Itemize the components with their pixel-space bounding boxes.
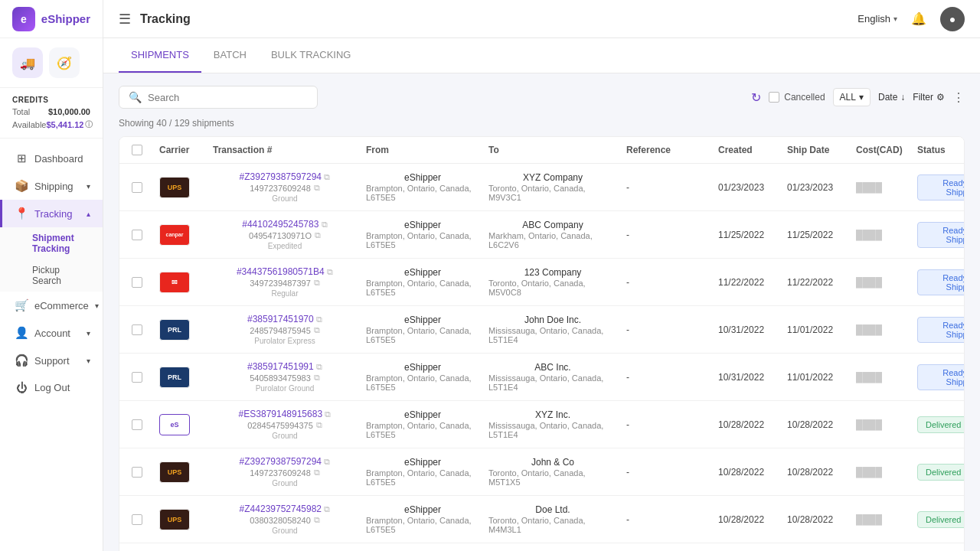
table-row: UPS #Z39279387597294 ⧉ 1497237609248 ⧉ G… (119, 164, 964, 211)
copy-icon-2[interactable]: ⧉ (316, 420, 322, 430)
copy-icon-2[interactable]: ⧉ (314, 278, 320, 288)
row-checkbox (127, 412, 155, 438)
to-address: Mississauga, Ontario, Canada, L5T1E4 (488, 421, 617, 439)
sidebar-item-shipping[interactable]: 📦 Shipping ▾ (0, 172, 103, 200)
row-ship-date: 11/01/2022 (782, 317, 851, 343)
copy-icon-2[interactable]: ⧉ (314, 515, 320, 525)
language-selector[interactable]: English ▾ (858, 13, 897, 24)
row-select-checkbox[interactable] (132, 514, 142, 525)
row-to: 123 Company Toronto, Ontario, Canada, M5… (484, 259, 622, 305)
sidebar-item-label: Account (34, 328, 70, 339)
transaction-link[interactable]: #Z39279387597294 ⧉ (240, 171, 331, 182)
cancelled-checkbox[interactable] (769, 92, 779, 103)
row-transaction: #Z44239752745982 ⧉ 0380328058240 ⧉ Groun… (208, 496, 361, 543)
tab-bulk-tracking[interactable]: BULK TRACKING (259, 38, 364, 73)
copy-icon[interactable]: ⧉ (324, 172, 330, 181)
row-reference: - (622, 364, 714, 390)
row-created: 10/28/2022 (714, 459, 782, 485)
tab-batch[interactable]: BATCH (201, 38, 259, 73)
sidebar-item-logout[interactable]: ⏻ Log Out (0, 374, 103, 401)
from-address: Brampton, Ontario, Canada, L6T5E5 (366, 516, 479, 534)
chevron-down-icon: ▾ (87, 329, 90, 337)
table-row: PRL #385917451970 ⧉ 2485794875945 ⧉ Puro… (119, 306, 964, 354)
row-created: 01/23/2023 (714, 174, 782, 201)
sidebar-item-shipment-tracking[interactable]: Shipment Tracking (0, 227, 103, 259)
row-status: Ready For Shipping (913, 309, 965, 350)
transaction-link[interactable]: #44102495245783 ⧉ (242, 219, 327, 230)
copy-icon-2[interactable]: ⧉ (314, 183, 320, 193)
row-select-checkbox[interactable] (132, 419, 142, 430)
carrier-logo: UPS (159, 509, 190, 530)
sidebar-item-label: Shipping (34, 181, 74, 192)
row-select-checkbox[interactable] (132, 182, 142, 193)
transaction-link[interactable]: #Z39279387597294 ⧉ (240, 456, 331, 467)
select-all-checkbox[interactable] (132, 145, 142, 155)
dashboard-icon: ⊞ (15, 152, 28, 165)
transaction-link[interactable]: #385917451970 ⧉ (247, 314, 322, 324)
sidebar-item-ecommerce[interactable]: 🛒 eCommerce ▾ (0, 292, 103, 319)
row-cost: ████ (851, 459, 913, 485)
copy-icon[interactable]: ⧉ (316, 315, 322, 324)
language-label: English (858, 13, 890, 24)
copy-icon-2[interactable]: ⧉ (314, 325, 320, 335)
copy-icon-2[interactable]: ⧉ (315, 230, 321, 240)
notification-button[interactable]: 🔔 (906, 7, 931, 31)
all-dropdown[interactable]: ALL ▾ (833, 88, 871, 106)
sidebar-item-support[interactable]: 🎧 Support ▾ (0, 347, 103, 374)
row-select-checkbox[interactable] (132, 372, 142, 383)
copy-icon[interactable]: ⧉ (316, 362, 322, 371)
ecommerce-icon: 🛒 (15, 298, 28, 312)
hamburger-icon[interactable]: ☰ (119, 11, 131, 28)
service-type: Regular (271, 289, 298, 298)
row-transaction: #385917451991 ⧉ 5405893475983 ⧉ Purolato… (208, 354, 361, 400)
transaction-link[interactable]: #Z44239752745982 ⧉ (240, 504, 331, 514)
shipping-mode-button[interactable]: 🚚 (12, 47, 43, 78)
filter-button[interactable]: Filter ⚙ (913, 92, 945, 103)
cancelled-label: Cancelled (784, 92, 825, 103)
copy-icon[interactable]: ⧉ (327, 267, 333, 276)
sidebar-item-pickup-search[interactable]: Pickup Search (0, 259, 103, 292)
row-created: 11/22/2022 (714, 269, 782, 295)
table-header: Carrier Transaction # From To Reference … (119, 137, 964, 164)
row-from: eShipper Brampton, Ontario, Canada, L6T5… (361, 165, 484, 210)
compass-mode-button[interactable]: 🧭 (49, 47, 80, 78)
sidebar-item-dashboard[interactable]: ⊞ Dashboard (0, 145, 103, 172)
copy-icon[interactable]: ⧉ (324, 457, 330, 466)
more-options-button[interactable]: ⋮ (952, 90, 965, 105)
tab-shipments[interactable]: SHIPMENTS (119, 38, 201, 73)
language-chevron-icon: ▾ (893, 15, 897, 23)
user-avatar[interactable]: ● (940, 7, 965, 31)
date-sort-button[interactable]: Date ↓ (878, 92, 905, 103)
th-status: Status (913, 137, 965, 163)
copy-icon[interactable]: ⧉ (325, 409, 331, 419)
row-select-checkbox[interactable] (132, 230, 142, 240)
credits-info-icon[interactable]: ⓘ (85, 119, 93, 130)
copy-icon[interactable]: ⧉ (324, 504, 330, 514)
to-name: XYZ Company (523, 172, 583, 183)
row-carrier: ✉ (155, 264, 208, 301)
header-checkbox (127, 137, 155, 163)
logo-text: eShipper (41, 12, 90, 25)
row-select-checkbox[interactable] (132, 277, 142, 288)
refresh-button[interactable]: ↻ (751, 90, 761, 105)
sidebar-item-tracking[interactable]: 📍 Tracking ▴ (0, 200, 103, 227)
service-type: Expedited (268, 242, 302, 250)
to-address: Toronto, Ontario, Canada, M4M3L1 (488, 516, 617, 534)
copy-icon-2[interactable]: ⧉ (314, 373, 320, 383)
service-type: Ground (272, 527, 297, 535)
transaction-link[interactable]: #385917451991 ⧉ (247, 361, 322, 372)
row-select-checkbox[interactable] (132, 467, 142, 478)
row-created: 10/28/2022 (714, 507, 782, 533)
transaction-link[interactable]: #ES3879148915683 ⧉ (239, 409, 332, 419)
transaction-link[interactable]: #34437561980571B4 ⧉ (237, 266, 333, 277)
copy-icon-2[interactable]: ⧉ (314, 468, 320, 478)
row-select-checkbox[interactable] (132, 324, 142, 335)
copy-icon[interactable]: ⧉ (322, 220, 328, 229)
from-name: eShipper (404, 457, 441, 468)
account-icon: 👤 (15, 326, 28, 340)
sidebar-item-account[interactable]: 👤 Account ▾ (0, 319, 103, 347)
row-to: ABC Inc. Mississauga, Ontario, Canada, L… (484, 354, 622, 399)
carrier-logo: canpar (159, 224, 190, 246)
credits-total-label: Total (12, 107, 30, 116)
search-input[interactable] (148, 92, 301, 103)
